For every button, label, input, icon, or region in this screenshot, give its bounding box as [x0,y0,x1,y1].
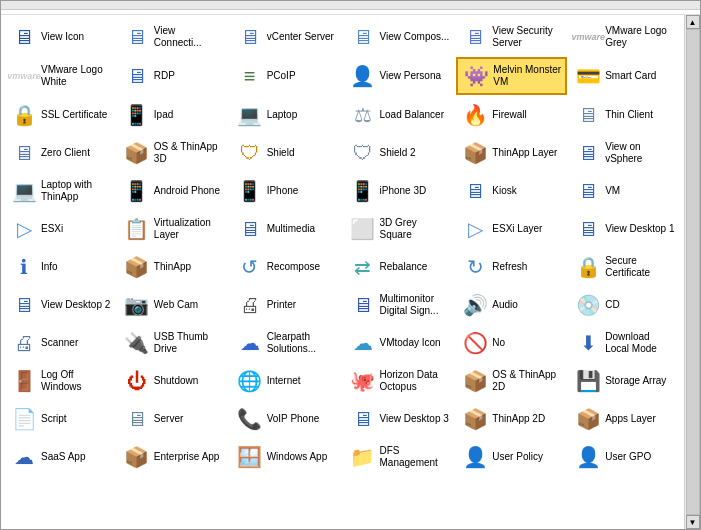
shield-icon: 🛡 [236,139,264,167]
user-policy-icon: 👤 [461,443,489,471]
voip-phone-icon: 📞 [236,405,264,433]
list-item[interactable]: 📋Virtualization Layer [118,211,229,247]
list-item[interactable]: 📱IPhone [231,173,342,209]
list-item[interactable]: ↺Recompose [231,249,342,285]
list-item[interactable]: 🖥Multimonitor Digital Sign... [344,287,455,323]
list-item[interactable]: 📦ThinApp 2D [456,401,567,437]
list-item[interactable]: 🖨Scanner [5,325,116,361]
multimonitor-digital-icon: 🖥 [349,291,377,319]
thinapp-2d-label: ThinApp 2D [492,413,545,425]
list-item[interactable]: ▷ESXi [5,211,116,247]
list-item[interactable]: 🔥Firewall [456,97,567,133]
list-item[interactable]: 🖥Thin Client [569,97,680,133]
list-item[interactable]: 🖥View Security Server [456,19,567,55]
list-item[interactable]: 👤View Persona [344,57,455,95]
list-item[interactable]: ⬜3D Grey Square [344,211,455,247]
list-item[interactable]: 🖥View Desktop 2 [5,287,116,323]
ipad-icon: 📱 [123,101,151,129]
list-item[interactable]: 🔒Secure Certificate [569,249,680,285]
list-item[interactable]: 🪟Windows App [231,439,342,475]
list-item[interactable]: vmwareVMware Logo Grey [569,19,680,55]
list-item[interactable]: 📷Web Cam [118,287,229,323]
list-item[interactable]: 💿CD [569,287,680,323]
scrollbar[interactable]: ▲ ▼ [684,15,700,529]
list-item[interactable]: 📞VoIP Phone [231,401,342,437]
iphone-icon: 📱 [236,177,264,205]
list-item[interactable]: ⏻Shutdown [118,363,229,399]
list-item[interactable]: ↻Refresh [456,249,567,285]
list-item[interactable]: 💻Laptop [231,97,342,133]
vmware-logo-grey-icon: vmware [574,23,602,51]
kiosk-label: Kiosk [492,185,516,197]
list-item[interactable]: 🖥Multimedia [231,211,342,247]
list-item[interactable]: 🖥View Icon [5,19,116,55]
list-item[interactable]: vmwareVMware Logo White [5,57,116,95]
list-item[interactable]: 📱Ipad [118,97,229,133]
storage-array-icon: 💾 [574,367,602,395]
list-item[interactable]: ☁Clearpath Solutions... [231,325,342,361]
list-item[interactable]: 📦ThinApp [118,249,229,285]
list-item[interactable]: 🖥View on vSphere [569,135,680,171]
scroll-down-button[interactable]: ▼ [686,515,700,529]
list-item[interactable]: 🌐Internet [231,363,342,399]
list-item[interactable]: 👤User GPO [569,439,680,475]
list-item[interactable]: 💻Laptop with ThinApp [5,173,116,209]
list-item[interactable]: 📦OS & ThinApp 2D [456,363,567,399]
list-item[interactable]: 🖥vCenter Server [231,19,342,55]
pcoip-icon: ≡ [236,62,264,90]
list-item[interactable]: 🖥RDP [118,57,229,95]
list-item[interactable]: 📦OS & ThinApp 3D [118,135,229,171]
secure-certificate-label: Secure Certificate [605,255,675,279]
zero-client-label: Zero Client [41,147,90,159]
list-item[interactable]: 📄Script [5,401,116,437]
list-item[interactable]: 🐙Horizon Data Octopus [344,363,455,399]
view-desktop-1-label: View Desktop 1 [605,223,674,235]
list-item[interactable]: ⬇Download Local Mode [569,325,680,361]
log-off-windows-icon: 🚪 [10,367,38,395]
list-item[interactable]: ≡PCoIP [231,57,342,95]
list-item[interactable]: 🖥View Desktop 1 [569,211,680,247]
list-item[interactable]: 🖥View Connecti... [118,19,229,55]
smart-card-icon: 💳 [574,62,602,90]
list-item[interactable]: ⇄Rebalance [344,249,455,285]
list-item[interactable]: 🔊Audio [456,287,567,323]
scroll-up-button[interactable]: ▲ [686,15,700,29]
list-item[interactable]: ▷ESXi Layer [456,211,567,247]
recompose-label: Recompose [267,261,320,273]
list-item[interactable]: 🖥VM [569,173,680,209]
esxi-icon: ▷ [10,215,38,243]
list-item[interactable]: 🛡Shield 2 [344,135,455,171]
list-item[interactable]: ⚖Load Balancer [344,97,455,133]
list-item[interactable]: 📦ThinApp Layer [456,135,567,171]
list-item[interactable]: 💳Smart Card [569,57,680,95]
list-item[interactable]: 🔌USB Thumb Drive [118,325,229,361]
view-connection-label: View Connecti... [154,25,224,49]
list-item[interactable]: ☁VMtoday Icon [344,325,455,361]
list-item[interactable]: 📁DFS Management [344,439,455,475]
list-item[interactable]: 🚪Log Off Windows [5,363,116,399]
shutdown-icon: ⏻ [123,367,151,395]
list-item[interactable]: 🛡Shield [231,135,342,171]
list-item[interactable]: 🖥Zero Client [5,135,116,171]
list-item[interactable]: 🔒SSL Certificate [5,97,116,133]
list-item[interactable]: 📦Apps Layer [569,401,680,437]
scroll-track[interactable] [686,29,700,515]
list-item[interactable]: 🖨Printer [231,287,342,323]
list-item[interactable]: 📦Enterprise App [118,439,229,475]
list-item[interactable]: 📱Android Phone [118,173,229,209]
vmtoday-icon-icon: ☁ [349,329,377,357]
list-item[interactable]: 🖥Server [118,401,229,437]
icon-grid-container[interactable]: 🖥View Icon🖥View Connecti...🖥vCenter Serv… [1,15,684,529]
list-item[interactable]: 🖥Kiosk [456,173,567,209]
list-item[interactable]: ☁SaaS App [5,439,116,475]
view-connection-icon: 🖥 [123,23,151,51]
list-item[interactable]: 🖥View Compos... [344,19,455,55]
list-item[interactable]: 💾Storage Array [569,363,680,399]
list-item[interactable]: ℹInfo [5,249,116,285]
list-item[interactable]: 🚫No [456,325,567,361]
virtualization-layer-icon: 📋 [123,215,151,243]
list-item[interactable]: 🖥View Desktop 3 [344,401,455,437]
list-item[interactable]: 👾Melvin Monster VM [456,57,567,95]
list-item[interactable]: 📱iPhone 3D [344,173,455,209]
list-item[interactable]: 👤User Policy [456,439,567,475]
